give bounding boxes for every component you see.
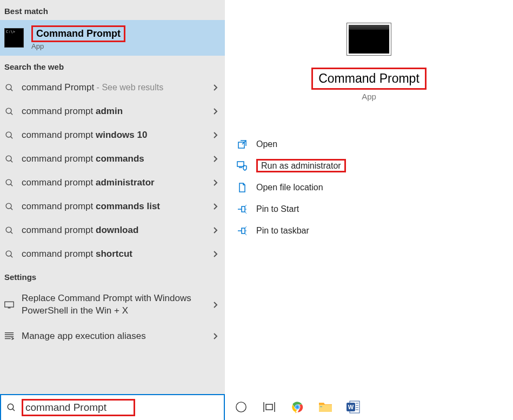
- web-result-item[interactable]: command prompt commands: [0, 147, 225, 171]
- web-result-item[interactable]: command prompt commands list: [0, 195, 225, 218]
- chevron-right-icon: [210, 131, 221, 139]
- chevron-right-icon: [210, 332, 221, 340]
- svg-line-9: [10, 184, 12, 186]
- search-icon: [4, 131, 14, 140]
- svg-line-15: [10, 255, 12, 257]
- action-run-as-administrator[interactable]: Run as administrator: [234, 155, 504, 177]
- web-result-text: command prompt administrator: [22, 177, 210, 188]
- admin-icon: [234, 161, 251, 171]
- svg-rect-29: [242, 228, 245, 234]
- settings-item-text: Replace Command Prompt with Windows Powe…: [22, 292, 210, 317]
- best-match-header: Best match: [0, 0, 225, 20]
- web-result-item[interactable]: command prompt admin: [0, 99, 225, 123]
- svg-text:W: W: [348, 404, 354, 410]
- settings-item-icon: [4, 301, 14, 309]
- action-label: Pin to taskbar: [256, 226, 309, 236]
- search-icon: [4, 83, 14, 92]
- search-icon: [6, 403, 16, 412]
- web-result-text: command prompt admin: [22, 106, 210, 117]
- search-icon: [4, 250, 14, 259]
- word-icon[interactable]: W: [346, 399, 361, 415]
- svg-rect-27: [242, 206, 245, 212]
- search-icon: [4, 155, 14, 164]
- settings-item-icon: [4, 331, 14, 341]
- action-open[interactable]: Open: [234, 134, 504, 155]
- svg-rect-34: [266, 404, 272, 410]
- svg-point-0: [6, 84, 11, 90]
- svg-point-14: [6, 251, 11, 256]
- svg-rect-40: [320, 406, 322, 407]
- cortana-icon[interactable]: [234, 399, 249, 415]
- chevron-right-icon: [210, 203, 221, 210]
- best-match-subtitle: App: [31, 42, 125, 50]
- web-result-item[interactable]: command prompt shortcut: [0, 242, 225, 266]
- action-label: Open file location: [256, 183, 323, 192]
- action-pin-to-taskbar[interactable]: Pin to taskbar: [234, 220, 504, 242]
- svg-point-4: [6, 132, 11, 137]
- svg-point-6: [6, 156, 11, 161]
- svg-point-32: [236, 402, 246, 412]
- web-result-item[interactable]: command prompt administrator: [0, 171, 225, 195]
- cmd-icon: [4, 28, 24, 48]
- chevron-right-icon: [210, 179, 221, 186]
- web-result-item[interactable]: command prompt download: [0, 218, 225, 242]
- web-result-item[interactable]: command Prompt - See web results: [0, 76, 225, 99]
- search-web-header: Search the web: [0, 56, 225, 76]
- best-match-title: Command Prompt: [31, 25, 125, 42]
- web-result-text: command prompt commands: [22, 154, 210, 164]
- svg-rect-16: [5, 302, 14, 307]
- settings-item[interactable]: Replace Command Prompt with Windows Powe…: [0, 286, 225, 324]
- search-icon: [4, 202, 14, 211]
- web-result-text: command prompt download: [22, 225, 210, 236]
- pin-icon: [234, 204, 251, 214]
- file-explorer-icon[interactable]: [318, 399, 333, 415]
- svg-line-31: [12, 409, 15, 411]
- action-label: Open: [256, 139, 277, 149]
- svg-point-8: [6, 179, 11, 185]
- svg-point-12: [6, 227, 11, 232]
- preview-subtitle: App: [362, 92, 376, 101]
- open-icon: [234, 139, 251, 149]
- taskbar: W: [225, 394, 513, 420]
- folder-icon: [234, 183, 251, 192]
- chevron-right-icon: [210, 108, 221, 115]
- svg-point-30: [8, 404, 14, 410]
- chevron-right-icon: [210, 301, 221, 309]
- svg-point-10: [6, 203, 11, 209]
- chevron-right-icon: [210, 226, 221, 234]
- best-match-result[interactable]: Command Prompt App: [0, 20, 225, 56]
- chevron-right-icon: [210, 84, 221, 91]
- web-result-text: command prompt commands list: [22, 201, 210, 212]
- settings-header: Settings: [0, 266, 225, 286]
- settings-item-text: Manage app execution aliases: [22, 330, 210, 343]
- action-pin-to-start[interactable]: Pin to Start: [234, 198, 504, 220]
- task-view-icon[interactable]: [262, 399, 277, 415]
- svg-line-13: [10, 231, 12, 234]
- web-result-text: command prompt windows 10: [22, 130, 210, 141]
- svg-line-3: [10, 112, 12, 115]
- svg-point-2: [6, 108, 11, 114]
- preview-title: Command Prompt: [311, 68, 427, 90]
- action-open-file-location[interactable]: Open file location: [234, 177, 504, 198]
- web-result-text: command prompt shortcut: [22, 249, 210, 259]
- action-label: Run as administrator: [256, 161, 346, 171]
- svg-line-1: [10, 89, 12, 91]
- svg-line-5: [10, 136, 12, 138]
- action-label: Pin to Start: [256, 204, 299, 214]
- search-input-text[interactable]: command Prompt: [22, 399, 135, 417]
- svg-line-7: [10, 160, 12, 162]
- svg-rect-24: [237, 162, 244, 166]
- svg-line-11: [10, 208, 12, 210]
- chrome-icon[interactable]: [290, 399, 305, 415]
- settings-item[interactable]: Manage app execution aliases: [0, 324, 225, 349]
- search-icon: [4, 107, 14, 116]
- chevron-right-icon: [210, 155, 221, 163]
- preview-cmd-icon: [347, 23, 391, 56]
- search-bar[interactable]: command Prompt: [0, 394, 225, 420]
- search-icon: [4, 226, 14, 235]
- web-result-text: command Prompt - See web results: [22, 82, 210, 93]
- web-result-item[interactable]: command prompt windows 10: [0, 123, 225, 147]
- search-icon: [4, 178, 14, 188]
- svg-point-39: [296, 405, 298, 408]
- chevron-right-icon: [210, 250, 221, 258]
